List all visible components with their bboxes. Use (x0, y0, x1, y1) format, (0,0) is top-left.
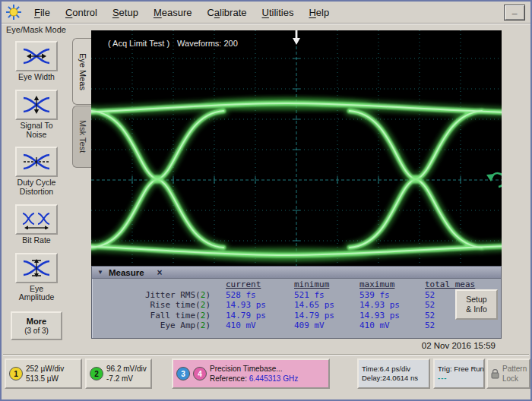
trigger-label: Trig: (438, 365, 452, 373)
measure-col-spacer (112, 279, 226, 290)
measure-column-header: current (226, 279, 294, 290)
setup-info-button[interactable]: Setup & Info (455, 289, 498, 320)
trigger-status: --- (438, 374, 484, 383)
channel-2-scale: 96.2 mV/div (106, 364, 147, 374)
menu-item-measure[interactable]: Measure (146, 4, 200, 21)
eye-amplitude-icon (15, 253, 58, 283)
acq-limit-label: ( Acq Limit Test ) (108, 39, 169, 48)
channel-2-panel[interactable]: 2 96.2 mV/div -7.2 mV (85, 358, 152, 389)
more-button-count: (3 of 3) (24, 327, 49, 336)
tab-eye-meas[interactable]: Eye Meas (72, 38, 92, 105)
setup-info-line1: Setup (466, 295, 486, 305)
delay-value: 24.0614 ns (382, 374, 418, 382)
measure-row-label: Fall time(2) (112, 311, 226, 321)
measure-row-label: Jitter RMS(2) (112, 290, 226, 301)
oscilloscope-app-window: FileControlSetupMeasureCalibrateUtilitie… (0, 0, 532, 401)
sidebar-item-label: Signal To Noise (12, 122, 61, 140)
waveform-display[interactable]: ( Acq Limit Test ) Waveforms: 200 ▼ Meas… (91, 30, 502, 273)
measure-value-minimum: 14.65 ps (294, 300, 359, 311)
sidebar-item-signal-to-noise[interactable]: Signal To Noise (12, 90, 61, 140)
measure-panel-header[interactable]: ▼ Measure × (92, 267, 501, 279)
channel-1-scale: 252 µW/div (26, 364, 64, 374)
measure-value-maximum: 539 fs (359, 290, 425, 301)
channel-1-offset: 513.5 µW (26, 374, 64, 384)
measure-value-minimum: 409 mV (294, 320, 359, 331)
datetime-display: 02 Nov 2016 15:59 (422, 341, 496, 350)
measure-value-current: 14.79 ps (226, 311, 294, 321)
collapse-icon[interactable]: ▼ (97, 269, 103, 276)
bit-rate-icon (15, 204, 58, 235)
tab-msk-test-label: Msk Test (78, 120, 87, 153)
timebase-panel[interactable]: 3 4 Precision Timebase... Reference: 6.4… (172, 358, 330, 389)
menu-item-help[interactable]: Help (301, 4, 337, 21)
measure-panel: ▼ Measure × currentminimummaximumtotal m… (91, 266, 502, 339)
sidebar-item-label: Duty Cycle Distortion (12, 178, 61, 197)
channel-1-panel[interactable]: 1 252 µW/div 513.5 µW (5, 358, 82, 389)
measure-table: currentminimummaximumtotal measJitter RM… (112, 279, 486, 331)
sidebar-item-eye-amplitude[interactable]: Eye Amplitude (12, 253, 61, 303)
time-value: 6.4 ps/div (379, 365, 410, 373)
more-button-label: More (27, 317, 46, 327)
acq-status-text: ( Acq Limit Test ) Waveforms: 200 (108, 39, 238, 48)
pattern-lock-line2: Lock (502, 374, 527, 384)
sidebar: Eye WidthSignal To NoiseDuty Cycle Disto… (3, 41, 70, 340)
signal-to-noise-icon (15, 90, 58, 120)
sidebar-item-duty-cycle-distortion[interactable]: Duty Cycle Distortion (12, 147, 61, 197)
trigger-marker-icon (293, 30, 300, 45)
tab-msk-test[interactable]: Msk Test (72, 106, 92, 168)
measure-value-total: 52 (425, 320, 486, 331)
menu-bar: FileControlSetupMeasureCalibrateUtilitie… (2, 2, 530, 24)
menu-item-control[interactable]: Control (58, 4, 105, 21)
channel-3-badge: 3 (176, 367, 190, 380)
sidebar-item-label: Bit Rate (12, 236, 61, 245)
reference-label: Reference: (210, 374, 247, 383)
trigger-panel[interactable]: Trig: Free Run --- (433, 358, 485, 389)
reference-value: 6.445313 GHz (249, 374, 299, 383)
pattern-lock-button[interactable]: Pattern Lock (486, 358, 530, 389)
minimize-button[interactable]: _ (504, 5, 525, 21)
menu-item-calibrate[interactable]: Calibrate (199, 4, 254, 21)
duty-cycle-distortion-icon (15, 147, 58, 177)
setup-info-line2: & Info (466, 305, 486, 314)
tab-eye-meas-label: Eye Meas (78, 53, 87, 90)
measure-value-maximum: 14.93 ps (359, 300, 425, 311)
measure-panel-title: Measure (109, 268, 144, 277)
channel-4-badge: 4 (193, 367, 207, 380)
sidebar-item-eye-width[interactable]: Eye Width (12, 41, 61, 82)
measure-value-minimum: 14.79 ps (294, 311, 359, 321)
sidebar-item-label: Eye Amplitude (12, 285, 61, 303)
channel-2-badge: 2 (90, 367, 103, 380)
measure-value-maximum: 14.93 ps (359, 311, 425, 321)
time-label: Time: (362, 365, 379, 373)
channel-2-offset: -7.2 mV (106, 374, 147, 384)
mode-label: Eye/Mask Mode (6, 25, 66, 34)
measure-row-label: Eye Amp(2) (112, 320, 226, 331)
measure-row-label: Rise time(2) (112, 300, 226, 311)
precision-timebase-marker-icon (486, 173, 502, 187)
menu-item-file[interactable]: File (27, 4, 58, 21)
delay-label: Delay: (362, 374, 382, 382)
measure-value-current: 410 mV (226, 320, 294, 331)
channel-1-badge: 1 (9, 367, 23, 380)
sidebar-item-bit-rate[interactable]: Bit Rate (12, 204, 61, 245)
bottom-separator (3, 354, 529, 355)
menu-items: FileControlSetupMeasureCalibrateUtilitie… (27, 4, 337, 21)
measure-column-header: minimum (294, 279, 359, 290)
timebase-title: Precision Timebase... (210, 364, 298, 374)
app-logo-icon (5, 4, 22, 21)
measure-column-header: total meas (425, 279, 486, 290)
menu-item-setup[interactable]: Setup (105, 4, 146, 21)
close-icon[interactable]: × (157, 267, 163, 278)
waveforms-count: Waveforms: 200 (177, 39, 238, 48)
menu-item-utilities[interactable]: Utilities (255, 4, 302, 21)
lock-icon (491, 369, 499, 379)
eye-diagram-svg (91, 30, 502, 273)
eye-width-icon (15, 41, 58, 71)
more-button[interactable]: More (3 of 3) (11, 311, 62, 340)
measure-value-current: 14.93 ps (226, 300, 294, 311)
time-panel[interactable]: Time:6.4 ps/div Delay:24.0614 ns (357, 358, 430, 389)
pattern-lock-line1: Pattern (502, 364, 527, 374)
measure-column-header: maximum (359, 279, 425, 290)
sidebar-item-label: Eye Width (12, 73, 61, 82)
measure-value-maximum: 410 mV (359, 320, 425, 331)
